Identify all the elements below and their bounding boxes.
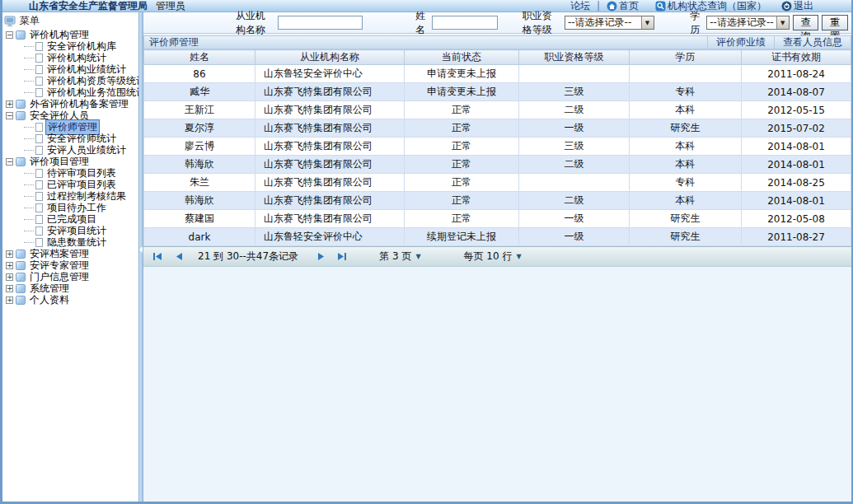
document-icon	[35, 215, 43, 224]
cell-status: 正常	[405, 119, 519, 138]
tree-line	[24, 242, 34, 243]
cell-name: 86	[144, 65, 255, 83]
cell-name: 廖云博	[144, 138, 255, 156]
tree-line	[24, 150, 34, 151]
tree-line	[24, 173, 34, 174]
chevron-down-icon: ▼	[516, 253, 521, 260]
folder-icon	[16, 111, 26, 120]
sidebar-item-system-mgmt[interactable]: 系统管理	[4, 282, 138, 294]
cell-name: 韩海欣	[144, 156, 255, 174]
expand-icon[interactable]	[6, 250, 13, 258]
expand-icon[interactable]	[6, 100, 13, 108]
col-header-org: 从业机构名称	[255, 50, 405, 65]
collapse-icon[interactable]	[6, 112, 13, 119]
cell-cert-validity: 2012-05-08	[742, 210, 851, 228]
org-status-link[interactable]: 机构状态查询（国家）	[655, 0, 766, 13]
cell-qualification	[519, 65, 630, 83]
table-row[interactable]: 86山东鲁轻安全评价中心申请变更未上报2011-08-24	[144, 65, 851, 83]
table-row[interactable]: 朱兰山东赛飞特集团有限公司正常专科2014-08-25	[144, 174, 851, 192]
cell-qualification: 二级	[519, 192, 630, 210]
document-icon	[35, 192, 43, 201]
folder-icon	[16, 261, 26, 270]
table-row[interactable]: 王新江山东赛飞特集团有限公司正常二级本科2012-05-15	[144, 101, 851, 119]
expand-icon[interactable]	[6, 273, 13, 281]
table-row[interactable]: 夏尔淳山东赛飞特集团有限公司正常一级研究生2015-07-02	[144, 119, 851, 138]
table-row[interactable]: 韩海欣山东赛飞特集团有限公司正常二级本科2014-08-01	[144, 156, 851, 174]
tree-line	[24, 58, 34, 58]
org-name-input[interactable]	[278, 16, 363, 30]
tree-line	[24, 231, 34, 231]
document-icon	[35, 134, 43, 143]
sidebar-collapse-handle[interactable]	[138, 12, 143, 502]
folder-icon	[16, 100, 26, 109]
org-status-link-label: 机构状态查询（国家）	[668, 0, 766, 13]
table-row[interactable]: 韩海欣山东赛飞特集团有限公司正常二级本科2014-08-01	[144, 192, 851, 210]
panel-actions: 评价师业绩 查看人员信息	[707, 36, 851, 49]
tree-line	[24, 69, 34, 70]
document-icon	[35, 238, 43, 247]
document-icon	[35, 42, 43, 51]
view-personnel-info-link[interactable]: 查看人员信息	[774, 35, 851, 49]
folder-icon	[16, 273, 26, 282]
cell-cert-validity: 2014-08-01	[742, 192, 851, 210]
expand-icon[interactable]	[6, 285, 13, 292]
document-icon	[35, 169, 43, 178]
folder-icon	[16, 157, 26, 166]
cell-org: 山东赛飞特集团有限公司	[255, 83, 405, 101]
cell-name: 夏尔淳	[144, 119, 255, 138]
filter-bar: 从业机构名称 姓名 职业资格等级 --请选择记录-- ▼ 学历 --请选择记录-…	[143, 12, 851, 34]
table-row[interactable]: 臧华山东赛飞特集团有限公司申请变更未上报三级专科2014-08-07	[144, 83, 851, 101]
cell-status: 申请变更未上报	[405, 83, 519, 101]
table-row[interactable]: 蔡建国山东赛飞特集团有限公司正常一级研究生2012-05-08	[144, 210, 851, 228]
table-row[interactable]: dark山东鲁轻安全评价中心续期登记未上报一级研究生2011-08-27	[144, 228, 851, 246]
expand-icon[interactable]	[6, 262, 13, 269]
reset-button[interactable]: 重置	[822, 15, 848, 30]
dropdown-arrow-icon[interactable]: ▼	[776, 16, 789, 29]
prev-page-button[interactable]	[171, 251, 186, 263]
cell-status: 正常	[405, 101, 519, 119]
page-number-dropdown[interactable]: 第 3 页 ▼	[379, 250, 420, 264]
collapse-icon[interactable]	[6, 31, 13, 39]
cell-qualification: 一级	[519, 210, 630, 228]
app-window: 山东省安全生产监督管理局 管理员 论坛 | 首页 机构状态查询（国家） 退出	[0, 0, 853, 504]
forum-link[interactable]: 论坛	[570, 0, 590, 13]
dropdown-arrow-icon[interactable]: ▼	[641, 16, 654, 29]
qualification-label: 职业资格等级	[523, 9, 561, 37]
folder-icon	[16, 296, 26, 305]
tree-line	[24, 81, 34, 82]
document-icon	[35, 65, 43, 74]
query-button[interactable]: 查询	[793, 15, 819, 30]
last-page-button[interactable]	[335, 251, 349, 263]
sidebar-item-portal-info-mgmt[interactable]: 门户信息管理	[4, 271, 138, 282]
person-name-label: 姓名	[415, 9, 429, 37]
evaluator-performance-link[interactable]: 评价师业绩	[707, 35, 774, 49]
education-select-value: --请选择记录--	[707, 16, 776, 30]
person-name-input[interactable]	[432, 16, 498, 30]
cell-org: 山东鲁轻安全评价中心	[255, 228, 405, 246]
page-size-dropdown[interactable]: 每页 10 行 ▼	[464, 250, 522, 264]
cell-name: 王新江	[144, 101, 255, 119]
cell-org: 山东赛飞特集团有限公司	[255, 210, 405, 228]
sidebar-item-personal-profile[interactable]: 个人资料	[4, 294, 138, 306]
folder-icon	[16, 30, 26, 40]
logout-link[interactable]: 退出	[781, 0, 813, 13]
next-page-button[interactable]	[313, 251, 328, 263]
document-icon	[35, 146, 43, 155]
cell-name: 朱兰	[144, 174, 255, 192]
table-row[interactable]: 廖云博山东赛飞特集团有限公司正常三级本科2014-08-01	[144, 138, 851, 156]
cell-org: 山东赛飞特集团有限公司	[255, 138, 405, 156]
qualification-select[interactable]: --请选择记录-- ▼	[565, 16, 654, 30]
col-header-name: 姓名	[144, 50, 255, 65]
expand-icon[interactable]	[6, 296, 13, 304]
cell-cert-validity: 2011-08-24	[742, 65, 851, 83]
tree-line	[24, 138, 34, 139]
cell-education	[630, 65, 742, 83]
education-select[interactable]: --请选择记录-- ▼	[706, 16, 789, 30]
first-page-button[interactable]	[150, 251, 165, 263]
home-link[interactable]: 首页	[607, 0, 639, 13]
cell-status: 正常	[405, 156, 519, 174]
home-icon	[607, 1, 617, 12]
evaluator-table: 姓名 从业机构名称 当前状态 职业资格等级 学历 证书有效期 86山东鲁轻安全评…	[143, 49, 851, 246]
table-header-row: 姓名 从业机构名称 当前状态 职业资格等级 学历 证书有效期	[144, 50, 851, 65]
collapse-icon[interactable]	[6, 158, 13, 166]
